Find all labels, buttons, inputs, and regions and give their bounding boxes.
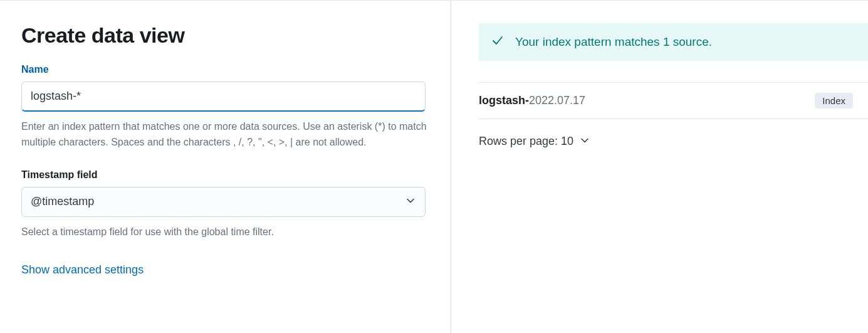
match-callout: Your index pattern matches 1 source. <box>479 23 868 61</box>
match-callout-text: Your index pattern matches 1 source. <box>515 35 712 49</box>
name-input[interactable] <box>21 82 426 112</box>
index-result-row: logstash-2022.07.17 Index <box>479 82 868 119</box>
chevron-down-icon <box>580 135 590 149</box>
timestamp-select[interactable]: @timestamp <box>21 187 426 217</box>
check-icon <box>491 34 504 50</box>
timestamp-help-text: Select a timestamp field for use with th… <box>21 225 429 240</box>
timestamp-label: Timestamp field <box>21 169 429 181</box>
name-label: Name <box>21 64 429 75</box>
rows-per-page-selector[interactable]: Rows per page: 10 <box>479 134 590 149</box>
index-badge: Index <box>815 93 853 108</box>
page-title: Create data view <box>21 23 429 48</box>
name-help-text: Enter an index pattern that matches one … <box>21 119 429 151</box>
rows-per-page-label: Rows per page: 10 <box>479 135 573 148</box>
index-name: logstash-2022.07.17 <box>479 94 585 107</box>
show-advanced-settings-link[interactable]: Show advanced settings <box>21 263 144 277</box>
